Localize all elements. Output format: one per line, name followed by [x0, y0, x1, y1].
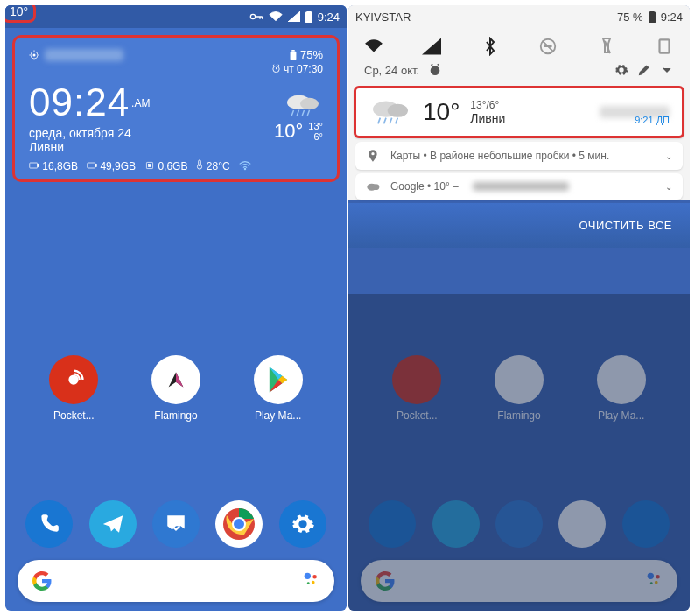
svg-point-33	[388, 104, 408, 117]
svg-rect-1	[305, 12, 312, 23]
qs-date: Ср, 24 окт.	[364, 64, 419, 77]
notif-temp-range: 13°/6°	[470, 99, 505, 111]
widget-battery: 75%	[300, 48, 323, 61]
notif-time: 9:21 ДП	[635, 115, 670, 125]
wifi-icon	[269, 11, 283, 22]
widget-cache: 0,6GB	[158, 160, 187, 172]
svg-rect-30	[659, 39, 669, 52]
dock-inbox[interactable]	[152, 500, 200, 548]
svg-point-35	[372, 184, 379, 190]
dock-phone[interactable]	[25, 500, 73, 548]
svg-rect-11	[38, 164, 39, 166]
maps-notification[interactable]: Карты • В районе небольшие пробки • 5 ми…	[355, 142, 683, 170]
widget-stats: 16,8GB 49,9GB 0,6GB 28°C	[29, 159, 323, 172]
home-dock	[5, 500, 347, 548]
status-bar: 10° 9:24	[5, 5, 347, 28]
widget-condition: Ливни	[29, 140, 150, 154]
svg-point-3	[33, 53, 36, 56]
assistant-icon[interactable]	[301, 570, 320, 593]
svg-point-19	[70, 376, 78, 384]
svg-rect-13	[95, 164, 97, 166]
svg-point-23	[305, 572, 311, 578]
widget-temp: 10°	[274, 120, 303, 143]
edit-icon[interactable]	[637, 63, 651, 77]
weather-notification[interactable]: 10° 13°/6° Ливни 9:21 ДП	[354, 86, 684, 138]
google-g-icon	[32, 570, 53, 592]
app-playstore[interactable]: Play Ма...	[243, 355, 313, 422]
rain-cloud-icon	[369, 97, 412, 127]
rain-cloud-icon	[283, 92, 323, 118]
flashlight-toggle-icon[interactable]	[597, 37, 616, 56]
app-label: Flamingo	[154, 410, 197, 422]
svg-point-16	[198, 164, 202, 169]
quick-settings-row	[348, 28, 690, 60]
widget-ram: 16,8GB	[42, 160, 78, 172]
app-label: Pocket...	[53, 410, 95, 422]
google-notification[interactable]: Google • 10° – ⌄	[355, 173, 683, 200]
settings-gear-icon[interactable]	[614, 63, 628, 77]
svg-rect-12	[88, 163, 95, 168]
widget-alarm: чт 07:30	[284, 63, 323, 75]
dock-telegram[interactable]	[89, 500, 137, 548]
rotation-toggle-icon[interactable]	[655, 37, 674, 56]
clear-all-button[interactable]: ОЧИСТИТЬ ВСЕ	[348, 203, 690, 248]
widget-temp-hi: 13°	[308, 121, 323, 131]
widget-ampm: .AM	[131, 97, 150, 109]
phone-left-home: 10° 9:24 75% ч	[5, 5, 347, 611]
cloud-small-icon	[366, 181, 380, 192]
carrier-label: KYIVSTAR	[355, 10, 411, 24]
chevron-down-icon: ⌄	[665, 151, 672, 161]
svg-point-9	[300, 98, 319, 110]
svg-point-18	[244, 168, 245, 169]
app-flamingo[interactable]: Flamingo	[141, 355, 211, 422]
app-label: Play Ма...	[255, 410, 301, 422]
svg-point-22	[234, 519, 244, 529]
battery-pct: 75 %	[617, 10, 643, 24]
widget-date: среда, октября 24	[29, 126, 150, 140]
status-clock: 9:24	[661, 10, 683, 24]
google-notif-text: Google • 10° –	[390, 180, 459, 192]
dock-settings[interactable]	[279, 500, 326, 548]
wifi-small-icon	[239, 161, 251, 171]
status-bar: KYIVSTAR 75 % 9:24	[348, 5, 690, 28]
svg-rect-5	[291, 51, 297, 60]
phone-right-shade: KYIVSTAR 75 % 9:24 Ср, 24 окт.	[348, 5, 690, 611]
dock-chrome[interactable]	[215, 500, 263, 548]
chevron-down-icon: ⌄	[665, 182, 672, 192]
app-pocketcasts[interactable]: Pocket...	[39, 355, 109, 422]
svg-rect-10	[30, 163, 38, 168]
home-apps-row: Pocket... Flamingo Play Ма...	[5, 355, 347, 422]
svg-point-25	[312, 580, 315, 584]
bluetooth-toggle-icon[interactable]	[481, 37, 500, 56]
wifi-toggle-icon[interactable]	[364, 37, 383, 56]
status-clock: 9:24	[318, 10, 340, 24]
battery-small-icon	[290, 50, 297, 60]
quick-settings-subrow: Ср, 24 окт.	[348, 60, 690, 84]
google-search-bar[interactable]	[18, 560, 334, 602]
battery-icon	[649, 10, 656, 23]
svg-point-0	[250, 14, 255, 18]
key-icon	[249, 12, 263, 21]
widget-storage: 49,9GB	[100, 160, 136, 172]
widget-location	[29, 49, 123, 61]
svg-point-26	[307, 582, 310, 584]
svg-rect-17	[199, 160, 201, 166]
notif-condition: Ливни	[470, 111, 505, 125]
alarm-icon	[271, 64, 281, 74]
svg-rect-15	[149, 164, 151, 166]
svg-rect-2	[307, 10, 311, 12]
cellular-toggle-icon[interactable]	[422, 37, 441, 56]
svg-point-24	[312, 574, 317, 578]
shade-dim-overlay	[348, 294, 690, 611]
battery-icon	[305, 10, 312, 23]
widget-clock: 09:24	[29, 80, 130, 123]
google-notif-blurred	[473, 182, 569, 191]
widget-cputemp: 28°C	[207, 160, 230, 172]
chevron-down-icon[interactable]	[660, 63, 674, 77]
dnd-toggle-icon[interactable]	[538, 37, 558, 56]
weather-widget[interactable]: 75% чт 07:30 09:24.AM среда, октября 24 …	[12, 35, 340, 182]
svg-rect-28	[650, 10, 654, 12]
weather-temp-badge: 10°	[5, 5, 36, 23]
alarm-small-icon[interactable]	[428, 63, 442, 77]
maps-pin-icon	[366, 149, 380, 163]
